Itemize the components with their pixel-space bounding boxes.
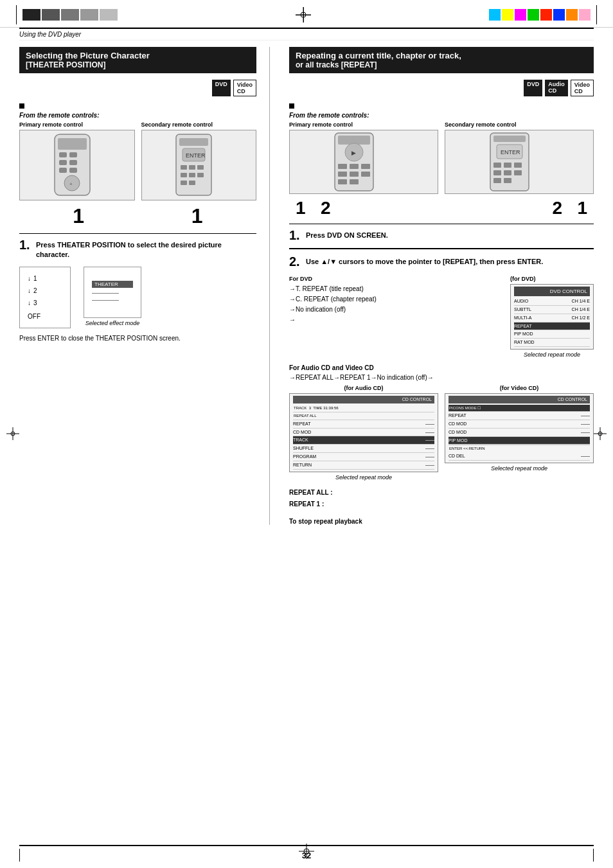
dvd-mode-t-repeat: →T. REPEAT (title repeat) bbox=[289, 284, 497, 294]
right-step1-text: Press DVD ON SCREEN. bbox=[306, 228, 388, 243]
top-bar bbox=[0, 0, 613, 28]
down-arrow-1: ↓ bbox=[28, 272, 31, 285]
right-remotes-row: ▶ bbox=[289, 130, 594, 194]
right-step2: 2. Use ▲/▼ cursors to move the pointer t… bbox=[289, 254, 594, 269]
cb-red bbox=[540, 9, 552, 21]
svg-rect-19 bbox=[197, 165, 204, 170]
video-cd-col: (for Video CD) CD CONTROL PICONS MODE ☐ … bbox=[445, 385, 594, 481]
reg-marks-right bbox=[489, 5, 600, 24]
svg-rect-30 bbox=[350, 164, 359, 169]
right-step2-divider bbox=[289, 248, 594, 249]
repeat-all-section: REPEAT ALL : REPEAT 1 : bbox=[289, 487, 594, 510]
video-cd-title: CD CONTROL bbox=[449, 396, 590, 403]
svg-rect-18 bbox=[189, 165, 195, 170]
to-stop-label: To stop repeat playback bbox=[289, 518, 594, 525]
selected-repeat-label-audio: Selected repeat mode bbox=[289, 474, 438, 481]
right-step1-container: 1. Press DVD ON SCREEN. bbox=[289, 224, 594, 243]
svg-rect-35 bbox=[338, 179, 347, 184]
page-header: Using the DVD player bbox=[19, 31, 594, 38]
svg-rect-4 bbox=[58, 138, 87, 150]
bbar2 bbox=[42, 9, 60, 21]
left-bullet-row bbox=[19, 102, 256, 109]
right-step1-number: 1. bbox=[289, 228, 302, 243]
right-primary-remote-img: ▶ bbox=[289, 130, 438, 194]
svg-text:ENTER: ENTER bbox=[501, 149, 520, 155]
right-step-num-left: 1 2 bbox=[296, 198, 330, 218]
right-remote-labels: Primary remote control Secondary remote … bbox=[289, 121, 594, 128]
svg-point-2 bbox=[301, 12, 306, 17]
bottom-left bbox=[19, 849, 20, 862]
audio-row6: RETURN—— bbox=[293, 461, 434, 470]
left-step1-container: 1. Press THEATER POSITION to select the … bbox=[19, 233, 256, 260]
audio-row4: SHUFFLE—— bbox=[293, 445, 434, 453]
svg-text:+: + bbox=[69, 181, 73, 187]
down-arrow-3: ↓ bbox=[28, 297, 31, 309]
left-title-line1: Selecting the Picture Character bbox=[26, 51, 250, 60]
badge-videocd-left: VideoCD bbox=[233, 80, 256, 96]
bbar3 bbox=[61, 9, 79, 21]
theater-pos-2: ↓2 bbox=[28, 285, 62, 297]
svg-rect-34 bbox=[361, 172, 370, 177]
svg-rect-8 bbox=[69, 160, 77, 165]
video-row5: CD DEL—— bbox=[449, 452, 590, 461]
dvd-onscreen-title: DVD CONTROL bbox=[514, 287, 590, 296]
dvd-mode-c-repeat: →C. REPEAT (chapter repeat) bbox=[289, 294, 497, 305]
right-title-line2: or all tracks [REPEAT] bbox=[296, 60, 587, 69]
dvd-row5: PIP MOD bbox=[514, 330, 590, 339]
audio-row3-selected: TRACK—— bbox=[293, 436, 434, 445]
for-dvd-label: For DVD bbox=[289, 276, 497, 282]
dvd-row4-selected: REPEAT bbox=[514, 323, 590, 331]
for-dvd-section: For DVD →T. REPEAT (title repeat) →C. RE… bbox=[289, 276, 594, 358]
left-secondary-remote-label: Secondary remote control bbox=[141, 121, 257, 128]
svg-rect-36 bbox=[350, 179, 359, 184]
for-audio-cd-label: (for Audio CD) bbox=[289, 385, 438, 391]
svg-rect-6 bbox=[69, 152, 77, 157]
av-cd-label: For Audio CD and Video CD bbox=[289, 364, 594, 371]
left-step-num-1: 1 bbox=[73, 204, 84, 228]
dvd-mode-arrow: → bbox=[289, 315, 497, 325]
right-bullet-row bbox=[289, 102, 594, 109]
left-section-title: Selecting the Picture Character [THEATER… bbox=[19, 47, 256, 73]
badge-dvd-right: DVD bbox=[524, 80, 542, 96]
reg-line-right bbox=[596, 5, 597, 24]
video-row3: CD MOD—— bbox=[449, 429, 590, 437]
theater-diagram: ↓1 ↓2 ↓3 OFF bbox=[19, 267, 256, 328]
for-dvd-bracket-label: (for DVD) bbox=[510, 276, 594, 282]
badge-audiocd-right: AudioCD bbox=[545, 80, 568, 96]
secondary-remote-svg-right: ENTER bbox=[489, 132, 550, 193]
svg-rect-7 bbox=[59, 160, 67, 165]
svg-rect-43 bbox=[514, 163, 522, 168]
audio-cd-onscreen-box: CD CONTROL TRACK 3 TIME 31:39:56 REPEAT … bbox=[289, 393, 438, 472]
down-arrow-2: ↓ bbox=[28, 285, 31, 297]
reg-line-left bbox=[16, 5, 17, 24]
audio-row5: PROGRAM—— bbox=[293, 453, 434, 461]
right-step2-number: 2. bbox=[289, 254, 302, 269]
theater-effect-content: —————— —————— bbox=[92, 290, 133, 303]
theater-position-list: ↓1 ↓2 ↓3 OFF bbox=[28, 272, 62, 323]
right-step2-text: Use ▲/▼ cursors to move the pointer to [… bbox=[306, 254, 543, 269]
main-content: Selecting the Picture Character [THEATER… bbox=[0, 40, 613, 531]
right-step-num-right: 2 1 bbox=[553, 198, 587, 218]
repeat-all-label: REPEAT ALL : bbox=[289, 489, 333, 496]
left-primary-remote-col: Primary remote control + bbox=[19, 121, 135, 200]
crosshair-bottom-center bbox=[299, 844, 314, 860]
crosshair-right-center bbox=[594, 427, 607, 441]
cb-green bbox=[528, 9, 539, 21]
bottom-right bbox=[593, 849, 594, 862]
svg-rect-5 bbox=[59, 152, 67, 157]
right-primary-remote-label: Primary remote control bbox=[289, 121, 438, 128]
svg-rect-32 bbox=[338, 172, 347, 177]
close-instruction: Press ENTER to close the THEATER POSITIO… bbox=[19, 335, 256, 342]
te-row2: —————— bbox=[92, 297, 133, 304]
svg-rect-38 bbox=[493, 136, 526, 142]
black-bars-left bbox=[22, 9, 118, 21]
svg-rect-31 bbox=[361, 164, 370, 169]
right-title-line1: Repeating a current title, chapter or tr… bbox=[296, 51, 587, 60]
svg-rect-29 bbox=[338, 164, 347, 169]
left-step-num-2: 1 bbox=[191, 204, 203, 228]
svg-rect-14 bbox=[179, 138, 208, 146]
svg-rect-48 bbox=[504, 178, 511, 183]
for-dvd-right: (for DVD) DVD CONTROL AUDIOCH 1/4 E SUBT… bbox=[510, 276, 594, 358]
left-from-remote: From the remote controls: bbox=[19, 112, 256, 119]
cb-orange bbox=[566, 9, 578, 21]
